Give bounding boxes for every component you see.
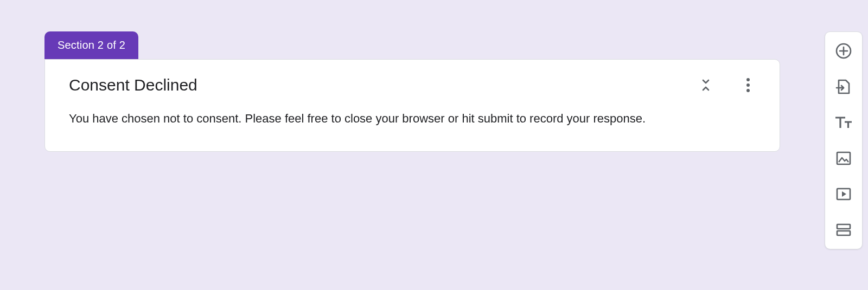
svg-rect-6 xyxy=(837,152,850,164)
add-question-button[interactable] xyxy=(834,42,853,60)
svg-point-1 xyxy=(746,83,750,87)
text-tt-icon xyxy=(834,114,853,131)
more-vert-icon[interactable] xyxy=(741,78,756,93)
svg-point-0 xyxy=(746,78,750,81)
section-rows-icon xyxy=(835,222,852,238)
video-play-icon xyxy=(835,186,852,202)
svg-rect-9 xyxy=(837,231,850,235)
section-card[interactable]: Consent Declined You have chosen xyxy=(44,59,780,152)
import-questions-button[interactable] xyxy=(834,78,853,96)
add-video-button[interactable] xyxy=(834,185,853,203)
add-section-button[interactable] xyxy=(834,221,853,239)
side-toolbar xyxy=(825,31,863,249)
image-icon xyxy=(835,150,852,166)
svg-rect-8 xyxy=(837,224,850,229)
header-actions xyxy=(698,78,756,93)
add-image-button[interactable] xyxy=(834,149,853,167)
svg-point-2 xyxy=(746,89,750,92)
add-title-button[interactable] xyxy=(834,113,853,132)
plus-circle-icon xyxy=(835,42,852,60)
import-file-icon xyxy=(835,79,852,95)
card-header: Consent Declined xyxy=(69,76,756,94)
section-tab: Section 2 of 2 xyxy=(44,31,138,59)
form-section: Section 2 of 2 Consent Declined xyxy=(44,31,780,152)
section-tab-label: Section 2 of 2 xyxy=(58,39,125,51)
section-title[interactable]: Consent Declined xyxy=(69,76,698,94)
section-description[interactable]: You have chosen not to consent. Please f… xyxy=(69,109,756,127)
collapse-expand-icon[interactable] xyxy=(698,78,713,93)
